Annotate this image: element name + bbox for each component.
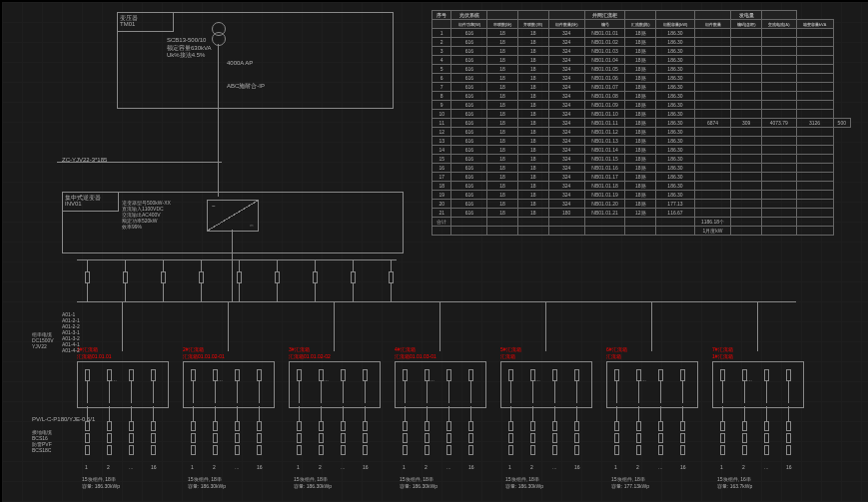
transformer-box [117,12,394,109]
dc-main-drop [232,259,233,301]
inv-id: INV01 [65,201,82,207]
main-vert [218,107,219,197]
amp-label: 4000A AP [227,60,253,66]
cable-spec: 接地电缆BCS16防雷PVFBCS18C [32,429,52,453]
data-table: 序号光伏系统并网汇流柜发电量 组件功率(W)串联数(块)并联数(串)组件数量(块… [432,10,851,236]
inv-out [232,230,233,259]
inv-specs: 逆变器型号500kW-XX 直流输入1100VDC 交流输出AC400V 额定功… [122,200,171,230]
inv-label-box: 集中式逆变器 INV01 [62,192,119,212]
inverter-symbol: ~ ⎓ [207,200,259,232]
drawing-canvas: 变压器 TM01 SCB13-500/10 额定容量630kVA Uk%接法4.… [0,0,868,502]
cable-line [57,162,222,163]
dist-bus [77,301,796,302]
trans-down-line [218,44,219,109]
branch-label: 组串电缆DC1500VYJV22 [32,331,54,349]
sw-label: ABC施耐合-IP [227,82,265,91]
